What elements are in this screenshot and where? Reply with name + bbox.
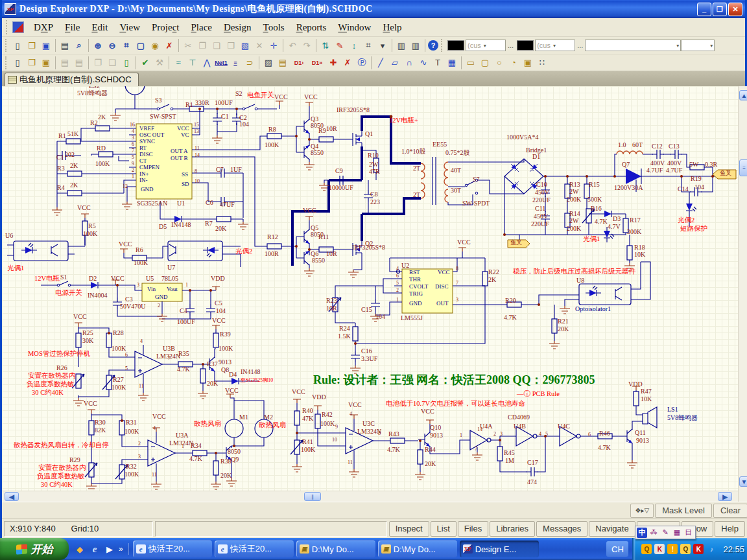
redo-icon[interactable]: ↷ <box>300 39 313 52</box>
filter-options-button[interactable]: ❖▸▽ <box>630 504 654 518</box>
panel-tab-messages[interactable]: Messages <box>536 521 587 537</box>
schematic-sheet[interactable]: LS25V8蜂鸣器S3SW-SPSTR1330R100UFC1C2104S2电鱼… <box>2 86 738 491</box>
panel-tab-help[interactable]: Help <box>715 521 745 537</box>
panel-tab-inspect[interactable]: Inspect <box>389 521 429 537</box>
libraries-panel-icon[interactable]: ▥ <box>409 39 422 52</box>
new-sheet-icon[interactable]: ▯ <box>11 56 24 69</box>
scroll-left-button[interactable]: ◀ <box>5 492 19 501</box>
place-table-icon[interactable]: ▦ <box>445 56 458 69</box>
zoom-area-icon[interactable]: ⌗ <box>120 39 133 52</box>
taskbar-task-ie[interactable]: e快活王20... <box>133 541 212 557</box>
place-array-icon[interactable]: ∷ <box>536 56 549 69</box>
place-sigmoid-icon[interactable]: ∿ <box>417 56 430 69</box>
kaspersky-icon[interactable]: K <box>693 544 704 554</box>
menu-edit[interactable]: Edit <box>86 20 113 34</box>
save-icon[interactable]: ▣ <box>40 39 53 52</box>
grid-dropdown-icon[interactable]: ▾ <box>376 39 389 52</box>
zoom-out-icon[interactable]: ⊖ <box>106 39 119 52</box>
paste-array-icon[interactable]: ❒ <box>224 39 237 52</box>
place-net-label-icon[interactable]: Net1 <box>215 56 228 69</box>
place-port-icon[interactable]: D1› <box>290 56 307 69</box>
place-ellipse-icon[interactable]: ○ <box>493 56 506 69</box>
clear-button[interactable]: Clear <box>713 504 747 518</box>
place-graphic-icon[interactable]: ▣ <box>521 56 534 69</box>
place-line-icon[interactable]: ╱ <box>374 56 387 69</box>
show-desktop-icon[interactable]: ◆ <box>74 543 86 555</box>
place-polygon-icon[interactable]: ▱ <box>388 56 401 69</box>
scale-dropdown[interactable]: ▾ <box>681 40 715 51</box>
ime-language-icon[interactable]: 中 <box>637 528 647 538</box>
net-filter-dropdown[interactable]: ▾ <box>585 40 681 51</box>
taskbar-task-ie[interactable]: e快活王20... <box>215 541 294 557</box>
document-tab[interactable]: 电鱼机原理图(自制).SCHDOC <box>5 73 139 86</box>
vertical-scrollbar[interactable]: ▲ ≡ ▼ <box>738 86 747 502</box>
ime-toolbar[interactable]: 中 ⁂✎▦目 <box>635 526 696 539</box>
place-pie-icon[interactable]: ◔ <box>507 56 520 69</box>
save-project-icon[interactable]: ▣ <box>40 56 53 69</box>
taskbar-task-folder[interactable]: ▣D:\My Do... <box>378 541 457 557</box>
new-document-icon[interactable]: ▯ <box>11 39 24 52</box>
grid-cycle-icon[interactable]: ⌗ <box>362 39 375 52</box>
taskbar-clock[interactable]: 22:55 <box>723 544 744 554</box>
horizontal-scrollbar[interactable]: ◀ ∥ ▶ <box>2 491 738 502</box>
wire-color-more-button[interactable]: ... <box>508 41 514 49</box>
place-offsheet-icon[interactable]: D1» <box>309 56 326 69</box>
menu-file[interactable]: File <box>59 20 86 34</box>
taskbar-task-dxp[interactable]: XPDesign E... <box>460 541 539 557</box>
menu-view[interactable]: View <box>113 20 146 34</box>
browse-components-icon[interactable]: ▥ <box>395 39 408 52</box>
ime-pen-icon[interactable]: ✎ <box>660 528 670 538</box>
paste-icon[interactable]: ❑ <box>210 39 223 52</box>
wire-color-dropdown[interactable]: (cus▾ <box>466 40 506 51</box>
open-document-icon[interactable]: ❒ <box>25 39 38 52</box>
panel-tab-list[interactable]: List <box>431 521 456 537</box>
place-wire-icon[interactable]: ≈ <box>172 56 185 69</box>
toolbar-grip[interactable] <box>5 56 8 69</box>
compile-project-icon[interactable]: ✔ <box>139 56 152 69</box>
print-preview-icon[interactable]: ⌕ <box>73 39 86 52</box>
language-indicator[interactable]: CH <box>606 541 628 557</box>
place-part-icon[interactable]: ⊃ <box>243 56 256 69</box>
zoom-document-icon[interactable]: ▢ <box>134 39 147 52</box>
minimize-button[interactable]: _ <box>697 3 711 16</box>
scroll-up-button[interactable]: ▲ <box>739 90 747 100</box>
antivirus-monitor-icon[interactable]: K <box>654 544 665 554</box>
dxp-menu-icon[interactable] <box>12 21 24 33</box>
place-gnd-power-port-icon[interactable]: ≡ <box>229 56 242 69</box>
cross-probe-icon[interactable]: ⇅ <box>319 39 332 52</box>
scroll-right-button[interactable]: ▶ <box>718 492 732 501</box>
panel-tab-navigate[interactable]: Navigate <box>589 521 635 537</box>
add-sheet-icon[interactable]: ▤ <box>58 56 71 69</box>
deselect-icon[interactable]: ✕ <box>253 39 266 52</box>
panel-tab-libraries[interactable]: Libraries <box>490 521 535 537</box>
clear-filter-icon[interactable]: ✗ <box>163 39 176 52</box>
copy-icon[interactable]: ❐ <box>196 39 209 52</box>
place-bus-entry-icon[interactable]: ⋀ <box>200 56 213 69</box>
place-sheet-symbol-icon[interactable]: ▨ <box>262 56 275 69</box>
place-bus-icon[interactable]: ⊤ <box>186 56 199 69</box>
place-arc-icon[interactable]: ∩ <box>403 56 416 69</box>
panel-tab-files[interactable]: Files <box>458 521 488 537</box>
undo-icon[interactable]: ↶ <box>286 39 299 52</box>
menu-tools[interactable]: Tools <box>257 20 290 34</box>
select-area-icon[interactable]: ▧ <box>239 39 252 52</box>
part-color-dropdown[interactable]: (cus▾ <box>535 40 575 51</box>
quicklaunch-overflow-chevron[interactable]: » <box>119 544 123 554</box>
menu-window[interactable]: Window <box>332 20 377 34</box>
horizontal-scroll-thumb[interactable]: ∥ <box>304 492 321 501</box>
place-text-icon[interactable]: T <box>431 56 444 69</box>
menu-grip[interactable] <box>6 20 10 34</box>
remove-sheet-icon[interactable]: ▤ <box>73 56 86 69</box>
help-icon[interactable]: ? <box>428 40 438 51</box>
paste-sheet-icon[interactable]: ❑ <box>106 56 119 69</box>
start-button[interactable]: 开始 <box>0 538 69 560</box>
menu-design[interactable]: Design <box>218 20 257 34</box>
security-alert-icon[interactable]: ! <box>667 544 678 554</box>
schematic-canvas[interactable]: LS25V8蜂鸣器S3SW-SPSTR1330R100UFC1C2104S2电鱼… <box>2 86 747 502</box>
tools-icon[interactable]: ⚒ <box>153 56 166 69</box>
scroll-down-button[interactable]: ▼ <box>739 476 747 487</box>
part-color-more-button[interactable]: ... <box>577 41 583 49</box>
move-icon[interactable]: ✛ <box>267 39 280 52</box>
toolbar-grip[interactable] <box>441 39 444 52</box>
place-junction-icon[interactable]: ✚ <box>327 56 340 69</box>
